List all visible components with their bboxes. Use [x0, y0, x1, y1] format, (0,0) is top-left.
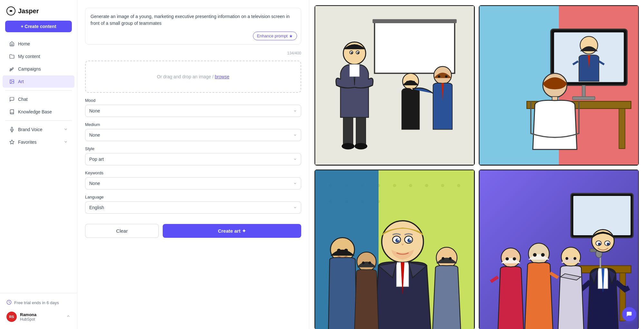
svg-rect-13 — [343, 117, 353, 145]
svg-point-49 — [441, 184, 444, 187]
svg-point-16 — [354, 143, 367, 150]
user-profile[interactable]: RS Ramona HubSpot — [5, 308, 72, 325]
svg-point-47 — [409, 184, 412, 187]
sidebar-item-art[interactable]: Art — [3, 75, 74, 88]
mood-group: Mood None Happy Sad Energetic Calm — [85, 98, 301, 117]
user-company: HubSpot — [20, 317, 63, 322]
home-icon — [9, 41, 15, 47]
svg-point-99 — [573, 257, 576, 260]
language-select[interactable]: English Spanish French German — [85, 201, 301, 214]
svg-point-62 — [409, 239, 411, 240]
svg-point-98 — [565, 257, 568, 260]
svg-point-96 — [541, 253, 544, 256]
sidebar-item-campaigns[interactable]: Campaigns — [3, 63, 74, 75]
svg-point-3 — [11, 81, 12, 81]
sidebar-item-label: Campaigns — [18, 66, 41, 72]
gallery-image-3[interactable] — [314, 169, 475, 329]
chat-icon — [9, 96, 15, 102]
left-panel: Generate an image of a young, marketing … — [77, 0, 309, 329]
char-count: 134/400 — [85, 51, 301, 55]
svg-rect-12 — [350, 64, 359, 76]
gallery-image-2[interactable] — [479, 5, 639, 166]
jasper-logo-icon — [6, 6, 15, 15]
svg-rect-10 — [372, 19, 457, 23]
mood-select[interactable]: None Happy Sad Energetic Calm — [85, 105, 301, 117]
trial-notice: Free trial ends in 6 days — [5, 297, 72, 308]
sidebar-bottom: Free trial ends in 6 days RS Ramona HubS… — [0, 293, 77, 329]
svg-rect-9 — [375, 21, 455, 73]
svg-rect-33 — [582, 85, 585, 97]
dropzone-text: Or drag and drop an image / — [157, 74, 215, 79]
svg-point-90 — [607, 242, 610, 245]
action-bar: Clear Create art ✦ — [85, 221, 301, 238]
main-content: Generate an image of a young, marketing … — [77, 0, 644, 329]
medium-label: Medium — [85, 122, 301, 127]
image-dropzone[interactable]: Or drag and drop an image / browse — [85, 61, 301, 93]
chevron-up-icon — [66, 314, 71, 320]
svg-point-46 — [393, 184, 396, 187]
nav-section: Home My content Campaigns Art Chat — [0, 37, 77, 293]
sidebar-item-chat[interactable]: Chat — [3, 93, 74, 105]
mood-label: Mood — [85, 98, 301, 103]
sidebar-item-label: Knowledge Base — [18, 109, 52, 114]
sidebar: Jasper + Create content Home My content … — [0, 0, 77, 329]
medium-group: Medium None Oil paint Watercolor Digital… — [85, 122, 301, 141]
nav-divider-2 — [5, 121, 72, 121]
chevron-down-icon — [63, 127, 68, 132]
image-grid — [314, 5, 639, 329]
keywords-group: Keywords None — [85, 170, 301, 189]
sidebar-item-label: Chat — [18, 97, 28, 102]
svg-point-69 — [362, 261, 365, 264]
svg-point-72 — [442, 257, 445, 260]
sidebar-item-home[interactable]: Home — [3, 38, 74, 50]
clear-button[interactable]: Clear — [85, 224, 159, 238]
sidebar-item-my-content[interactable]: My content — [3, 50, 74, 63]
svg-point-32 — [580, 36, 598, 54]
sidebar-item-label: Art — [18, 79, 24, 84]
svg-point-89 — [598, 242, 601, 245]
sidebar-item-label: Home — [18, 41, 30, 46]
svg-point-93 — [513, 257, 516, 260]
browse-link[interactable]: browse — [215, 74, 229, 79]
sidebar-item-brand-voice[interactable]: Brand Voice — [3, 123, 74, 136]
gallery-image-4[interactable] — [479, 169, 639, 329]
art-icon — [9, 79, 15, 84]
clock-icon — [6, 300, 12, 306]
svg-point-23 — [413, 81, 415, 83]
sidebar-item-favorites[interactable]: Favorites — [3, 136, 74, 148]
create-content-button[interactable]: + Create content — [5, 21, 72, 32]
svg-point-26 — [445, 75, 447, 78]
user-info: Ramona HubSpot — [20, 312, 63, 322]
prompt-box: Generate an image of a young, marketing … — [85, 8, 301, 44]
medium-select[interactable]: None Oil paint Watercolor Digital Pencil — [85, 129, 301, 141]
svg-marker-6 — [10, 140, 14, 144]
svg-point-92 — [505, 257, 509, 260]
gallery-image-1[interactable] — [314, 5, 475, 166]
svg-point-91 — [501, 248, 520, 267]
svg-point-60 — [408, 238, 411, 242]
svg-point-73 — [449, 257, 452, 260]
svg-rect-14 — [356, 117, 366, 145]
rocket-icon — [9, 66, 15, 72]
folder-icon — [9, 53, 15, 59]
chevron-down-icon-2 — [63, 140, 68, 145]
svg-point-19 — [351, 52, 352, 54]
book-icon — [9, 109, 15, 115]
svg-point-15 — [342, 143, 355, 150]
sidebar-item-label: My content — [18, 54, 40, 59]
keywords-label: Keywords — [85, 170, 301, 175]
language-label: Language — [85, 195, 301, 199]
favorites-label: Favorites — [18, 140, 37, 145]
svg-point-22 — [406, 81, 409, 83]
svg-point-59 — [395, 238, 399, 242]
keywords-select[interactable]: None — [85, 177, 301, 189]
enhance-prompt-button[interactable]: Enhance prompt — [253, 32, 297, 40]
create-art-button[interactable]: Create art ✦ — [163, 224, 301, 238]
style-label: Style — [85, 146, 301, 151]
right-panel — [309, 0, 644, 329]
svg-point-70 — [368, 261, 371, 264]
app-name: Jasper — [18, 7, 39, 15]
sidebar-item-knowledge-base[interactable]: Knowledge Base — [3, 106, 74, 118]
chat-support-button[interactable] — [622, 307, 636, 321]
style-select[interactable]: None Pop art Realism Impressionism Abstr… — [85, 153, 301, 165]
